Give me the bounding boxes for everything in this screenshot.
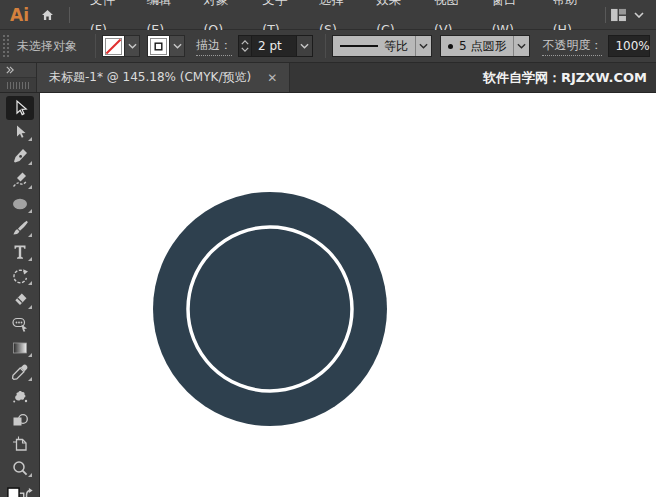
direct-selection-arrow-icon (11, 123, 29, 141)
shaper-tool[interactable] (6, 312, 34, 336)
ellipse-tool[interactable] (6, 192, 34, 216)
fill-stroke-swap-icon (6, 486, 34, 497)
pen-tool[interactable] (6, 144, 34, 168)
fill-stroke-proxy[interactable] (6, 484, 34, 497)
fill-color-dropdown[interactable] (102, 35, 140, 57)
shape-builder-tool[interactable] (6, 408, 34, 432)
workspace-switcher[interactable] (610, 8, 644, 22)
double-chevron-right-icon (5, 66, 15, 74)
pen-nib-icon (11, 147, 29, 165)
tab-close-icon[interactable]: ✕ (267, 71, 277, 85)
chevron-down-icon[interactable] (124, 36, 139, 56)
selection-tool[interactable] (6, 96, 34, 120)
symbol-sprayer-tool[interactable] (6, 384, 34, 408)
magnifier-icon (11, 459, 29, 477)
shaper-bubble-icon (11, 315, 29, 333)
selection-status: 未选择对象 (17, 38, 77, 55)
document-tab-bar: 未标题-1* @ 145.18% (CMYK/预览) ✕ 软件自学网：RJZXW… (0, 63, 656, 93)
gradient-tool[interactable] (6, 336, 34, 360)
separator (605, 7, 606, 23)
stroke-weight-dropdown[interactable] (297, 35, 313, 57)
type-T-icon (11, 243, 29, 261)
separator (325, 34, 326, 58)
artboard-icon (11, 435, 29, 453)
toolbar-expand-button[interactable] (0, 63, 36, 78)
stroke-profile-preview-icon (340, 45, 378, 47)
home-button[interactable] (40, 8, 55, 22)
chevron-down-icon[interactable] (415, 36, 431, 56)
brush-definition-dropdown[interactable]: 5 点圆形 (440, 35, 530, 57)
ellipse-icon (11, 195, 29, 213)
watermark-text: 软件自学网：RJZXW.COM (483, 63, 656, 92)
selection-arrow-icon (11, 99, 29, 117)
paintbrush-tool[interactable] (6, 216, 34, 240)
curvature-tool[interactable] (6, 168, 34, 192)
eraser-tool[interactable] (6, 288, 34, 312)
toolbar-drag-grip[interactable] (0, 78, 36, 92)
main-area (0, 93, 656, 497)
stroke-panel-link[interactable]: 描边： (196, 37, 232, 56)
panel-grip[interactable] (3, 35, 9, 57)
artwork (40, 93, 655, 496)
opacity-panel-link[interactable]: 不透明度： (542, 37, 602, 56)
workspace-layout-icon (610, 8, 627, 22)
splatter-icon (11, 387, 29, 405)
gradient-square-icon (11, 339, 29, 357)
rotate-arrow-icon (11, 267, 29, 285)
paintbrush-icon (11, 219, 29, 237)
stepper-up-icon (241, 40, 249, 45)
artboard-tool[interactable] (6, 432, 34, 456)
stroke-weight-input[interactable]: 2 pt (251, 35, 297, 57)
separator (69, 7, 70, 23)
menu-bar: Ai 文件(F) 编辑(E) 对象(O) 文字(T) 选择(S) 效果(C) 视… (0, 0, 656, 30)
stroke-color-dropdown[interactable] (147, 35, 185, 57)
toolbar-header (0, 63, 37, 92)
separator (95, 34, 96, 58)
brush-value: 5 点圆形 (459, 38, 506, 55)
eraser-icon (11, 291, 29, 309)
stroke-profile-dropdown[interactable]: 等比 (332, 35, 432, 57)
document-tab[interactable]: 未标题-1* @ 145.18% (CMYK/预览) ✕ (37, 63, 290, 92)
chevron-down-icon (634, 12, 644, 18)
stroke-profile-value: 等比 (384, 38, 408, 55)
fill-none-swatch-icon[interactable] (103, 36, 124, 56)
opacity-input[interactable]: 100% (608, 35, 650, 57)
tools-panel (0, 93, 40, 497)
zoom-tool[interactable] (6, 456, 34, 480)
stroke-weight-stepper[interactable] (238, 35, 251, 57)
shape-builder-icon (11, 411, 29, 429)
chevron-down-icon (300, 43, 309, 49)
eyedropper-icon (11, 363, 29, 381)
stepper-down-icon (241, 47, 249, 52)
brush-preview-dot-icon (448, 44, 453, 49)
stroke-swatch-icon[interactable] (148, 36, 169, 56)
chevron-down-icon[interactable] (169, 36, 184, 56)
artboard-canvas[interactable] (40, 93, 656, 497)
chevron-down-icon[interactable] (513, 36, 529, 56)
illustrator-window: Ai 文件(F) 编辑(E) 对象(O) 文字(T) 选择(S) 效果(C) 视… (0, 0, 656, 497)
direct-selection-tool[interactable] (6, 120, 34, 144)
rotate-tool[interactable] (6, 264, 34, 288)
app-logo[interactable]: Ai (10, 5, 29, 25)
document-tab-title: 未标题-1* @ 145.18% (CMYK/预览) (49, 69, 251, 86)
control-bar: 未选择对象 描边： 2 pt (0, 30, 656, 63)
curvature-pen-icon (11, 171, 29, 189)
eyedropper-tool[interactable] (6, 360, 34, 384)
home-icon (40, 8, 55, 22)
type-tool[interactable] (6, 240, 34, 264)
